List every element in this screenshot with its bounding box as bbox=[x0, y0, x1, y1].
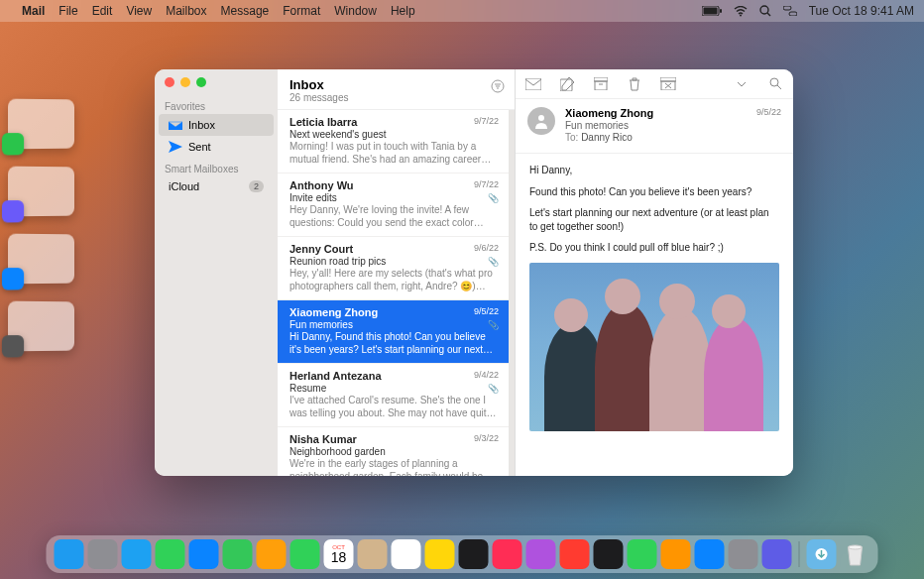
stage-thumb[interactable] bbox=[8, 167, 74, 217]
clock[interactable]: Tue Oct 18 9:41 AM bbox=[809, 4, 914, 18]
window-controls bbox=[155, 69, 278, 95]
compose-icon[interactable] bbox=[559, 76, 575, 92]
dock-contacts[interactable] bbox=[358, 539, 388, 569]
dock-settings[interactable] bbox=[729, 539, 758, 569]
dock-stocks[interactable] bbox=[594, 539, 624, 569]
message-subject: Invite edits bbox=[289, 192, 497, 203]
sidebar-item-inbox[interactable]: Inbox bbox=[159, 114, 274, 136]
svg-rect-17 bbox=[660, 77, 676, 81]
svg-point-4 bbox=[760, 6, 768, 14]
sidebar-item-icloud[interactable]: iCloud 2 bbox=[159, 176, 274, 196]
dock-news[interactable] bbox=[560, 539, 590, 569]
dock-messages[interactable] bbox=[156, 539, 185, 569]
svg-rect-12 bbox=[525, 78, 541, 90]
menu-file[interactable]: File bbox=[58, 4, 77, 18]
control-center-icon[interactable] bbox=[783, 6, 797, 16]
trash-icon[interactable] bbox=[627, 76, 642, 92]
message-subject: Reunion road trip pics bbox=[289, 256, 497, 267]
dock-podcasts[interactable] bbox=[526, 539, 556, 569]
message-date: 9/3/22 bbox=[474, 433, 499, 443]
dock-tv[interactable] bbox=[459, 539, 489, 569]
message-date: 9/7/22 bbox=[474, 116, 499, 126]
menu-window[interactable]: Window bbox=[334, 4, 377, 18]
archive-icon[interactable] bbox=[593, 76, 609, 92]
message-preview: Morning! I was put in touch with Tania b… bbox=[289, 141, 497, 166]
dock-finder[interactable] bbox=[55, 539, 84, 569]
wifi-icon[interactable] bbox=[734, 6, 748, 17]
body-line: P.S. Do you think I could pull off blue … bbox=[529, 241, 779, 255]
shortcuts-app-icon bbox=[2, 200, 24, 222]
dock-launchpad[interactable] bbox=[88, 539, 118, 569]
menu-format[interactable]: Format bbox=[283, 4, 320, 18]
message-header: Xiaomeng Zhong Fun memories To: Danny Ri… bbox=[516, 99, 793, 154]
dock-music[interactable] bbox=[493, 539, 522, 569]
attached-photo[interactable] bbox=[529, 263, 779, 431]
message-subject: Fun memories bbox=[289, 319, 497, 330]
stage-thumb[interactable] bbox=[8, 99, 74, 150]
dock-photos[interactable] bbox=[257, 539, 287, 569]
svg-rect-1 bbox=[703, 8, 717, 15]
message-body: Hi Danny, Found this photo! Can you beli… bbox=[516, 154, 793, 476]
dock-notes[interactable] bbox=[425, 539, 455, 569]
message-list-pane: Inbox 26 messages Leticia Ibarra9/7/22Ne… bbox=[278, 69, 516, 476]
message-list[interactable]: Leticia Ibarra9/7/22Next weekend's guest… bbox=[278, 110, 515, 476]
menu-view[interactable]: View bbox=[126, 4, 152, 18]
message-from: Nisha Kumar bbox=[289, 433, 497, 445]
dock: OCT18 bbox=[47, 535, 878, 573]
menu-edit[interactable]: Edit bbox=[92, 4, 113, 18]
message-row[interactable]: Anthony Wu9/7/22📎Invite editsHey Danny, … bbox=[278, 174, 509, 237]
message-row[interactable]: Leticia Ibarra9/7/22Next weekend's guest… bbox=[278, 110, 509, 174]
message-from: Leticia Ibarra bbox=[289, 116, 497, 128]
message-row[interactable]: Herland Antezana9/4/22📎ResumeI've attach… bbox=[278, 364, 509, 427]
sidebar-section-smart: Smart Mailboxes bbox=[155, 158, 278, 176]
message-preview: Hey, y'all! Here are my selects (that's … bbox=[289, 268, 497, 292]
dock-calendar[interactable]: OCT18 bbox=[324, 539, 354, 569]
dock-reminders[interactable] bbox=[392, 539, 421, 569]
envelope-icon[interactable] bbox=[525, 76, 541, 92]
message-subject: Next weekend's guest bbox=[289, 129, 497, 140]
dock-pages[interactable] bbox=[661, 539, 691, 569]
message-preview: I've attached Carol's resume. She's the … bbox=[289, 395, 497, 419]
attachment-icon: 📎 bbox=[488, 193, 499, 203]
message-row[interactable]: Xiaomeng Zhong9/5/22📎Fun memoriesHi Dann… bbox=[278, 300, 509, 364]
dock-maps[interactable] bbox=[223, 539, 253, 569]
sent-icon bbox=[169, 140, 182, 154]
stage-thumb[interactable] bbox=[8, 234, 74, 285]
battery-icon[interactable] bbox=[702, 6, 722, 16]
dock-downloads[interactable] bbox=[807, 539, 837, 569]
filter-icon[interactable] bbox=[491, 79, 505, 93]
menu-message[interactable]: Message bbox=[221, 4, 270, 18]
message-row[interactable]: Nisha Kumar9/3/22Neighborhood gardenWe'r… bbox=[278, 427, 509, 476]
menu-mailbox[interactable]: Mailbox bbox=[166, 4, 206, 18]
stage-thumb[interactable] bbox=[8, 301, 74, 352]
spotlight-icon[interactable] bbox=[759, 5, 771, 17]
dock-facetime[interactable] bbox=[290, 539, 320, 569]
message-reader-pane: Xiaomeng Zhong Fun memories To: Danny Ri… bbox=[516, 69, 793, 476]
sender-avatar bbox=[527, 107, 555, 135]
search-icon[interactable] bbox=[767, 76, 783, 92]
inbox-icon bbox=[169, 118, 182, 132]
menu-help[interactable]: Help bbox=[391, 4, 415, 18]
zoom-button[interactable] bbox=[196, 77, 206, 87]
dock-mail[interactable] bbox=[189, 539, 219, 569]
svg-line-20 bbox=[777, 85, 781, 89]
sidebar-item-label: Inbox bbox=[188, 119, 215, 131]
dock-numbers[interactable] bbox=[628, 539, 657, 569]
minimize-button[interactable] bbox=[180, 77, 190, 87]
svg-rect-2 bbox=[720, 9, 722, 13]
body-line: Hi Danny, bbox=[529, 164, 779, 177]
app-menu[interactable]: Mail bbox=[22, 4, 45, 18]
dock-shortcuts[interactable] bbox=[762, 539, 792, 569]
sidebar-item-sent[interactable]: Sent bbox=[159, 136, 274, 158]
dock-safari[interactable] bbox=[122, 539, 152, 569]
message-subject: Neighborhood garden bbox=[289, 446, 497, 457]
dock-trash[interactable] bbox=[841, 539, 870, 569]
more-icon[interactable] bbox=[734, 76, 750, 92]
close-button[interactable] bbox=[165, 77, 174, 87]
body-line: Found this photo! Can you believe it's b… bbox=[529, 185, 779, 199]
message-row[interactable]: Jenny Court9/6/22📎Reunion road trip pics… bbox=[278, 237, 509, 300]
svg-rect-7 bbox=[789, 12, 797, 16]
mail-window: Favorites Inbox Sent Smart Mailboxes iCl… bbox=[155, 69, 793, 476]
dock-appstore[interactable] bbox=[695, 539, 725, 569]
junk-icon[interactable] bbox=[660, 76, 676, 92]
